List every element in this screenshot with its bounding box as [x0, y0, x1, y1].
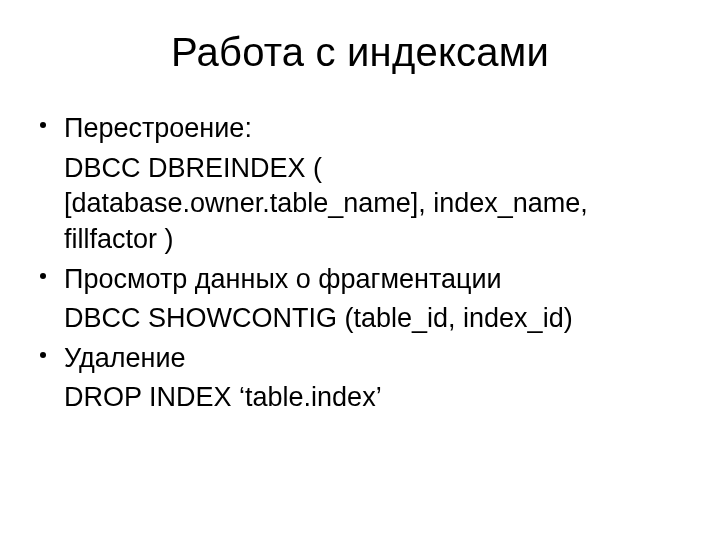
slide-title: Работа с индексами: [36, 30, 684, 75]
bullet-text: Удаление: [64, 341, 684, 377]
indent: [36, 151, 64, 258]
indent: [36, 301, 64, 337]
slide-body: Перестроение: DBCC DBREINDEX ( [database…: [36, 111, 684, 416]
bullet-item: Просмотр данных о фрагментации: [36, 262, 684, 298]
code-line: DBCC SHOWCONTIG (table_id, index_id): [36, 301, 684, 337]
bullet-icon: [36, 111, 64, 147]
code-text: DBCC SHOWCONTIG (table_id, index_id): [64, 301, 684, 337]
bullet-icon: [36, 262, 64, 298]
bullet-icon: [36, 341, 64, 377]
code-line: DBCC DBREINDEX ( [database.owner.table_n…: [36, 151, 684, 258]
bullet-text: Просмотр данных о фрагментации: [64, 262, 684, 298]
code-line: DROP INDEX ‘table.index’: [36, 380, 684, 416]
bullet-text: Перестроение:: [64, 111, 684, 147]
code-text: DROP INDEX ‘table.index’: [64, 380, 684, 416]
bullet-item: Удаление: [36, 341, 684, 377]
bullet-item: Перестроение:: [36, 111, 684, 147]
slide: Работа с индексами Перестроение: DBCC DB…: [0, 0, 720, 540]
indent: [36, 380, 64, 416]
code-text: DBCC DBREINDEX ( [database.owner.table_n…: [64, 151, 684, 258]
